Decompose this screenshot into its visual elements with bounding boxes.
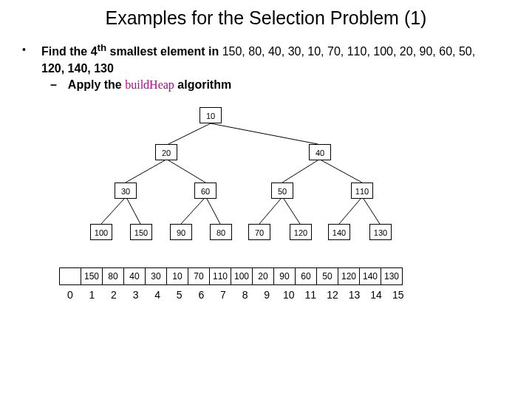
array-cell: 40 (124, 268, 146, 285)
svg-line-7 (127, 199, 140, 224)
bullet-dash: – (50, 78, 65, 92)
array-cell: 150 (81, 268, 103, 285)
svg-line-1 (211, 123, 318, 144)
svg-line-10 (259, 199, 281, 224)
array-cell: 10 (167, 268, 188, 285)
array-cell: 140 (360, 268, 381, 285)
index-cell: 8 (234, 289, 256, 301)
array-cell: 30 (146, 268, 167, 285)
array-cell: 90 (274, 268, 296, 285)
bullet-level2: – Apply the buildHeap algorithm (50, 78, 231, 92)
index-cell: 4 (146, 289, 168, 301)
array-cell (60, 268, 81, 285)
b1-seq-b: 120, 140, 130 (41, 62, 114, 75)
index-row: 0123456789101112131415 (59, 288, 409, 301)
array-cell: 20 (253, 268, 274, 285)
svg-line-6 (101, 199, 124, 224)
tree-node: 30 (115, 183, 137, 199)
tree-node: 110 (351, 183, 373, 199)
tree-node: 140 (328, 224, 350, 240)
index-cell: 10 (278, 289, 300, 301)
svg-line-5 (321, 160, 362, 183)
index-cell: 7 (212, 289, 234, 301)
svg-line-13 (364, 199, 380, 224)
tree-node: 20 (155, 144, 177, 160)
index-cell: 15 (387, 289, 409, 301)
index-cell: 14 (365, 289, 387, 301)
svg-line-9 (207, 199, 220, 224)
tree-node: 60 (194, 183, 216, 199)
svg-line-12 (339, 199, 361, 224)
tree-node: 90 (170, 224, 192, 240)
svg-line-3 (168, 160, 205, 183)
index-cell: 11 (300, 289, 322, 301)
index-cell: 12 (321, 289, 344, 301)
array-cell: 60 (296, 268, 317, 285)
tree-node: 40 (309, 144, 331, 160)
svg-line-8 (181, 199, 204, 224)
heap-tree: 10 20 40 30 60 50 110 100 150 90 80 70 1… (89, 107, 443, 255)
array-cell: 100 (231, 268, 253, 285)
index-cell: 9 (256, 289, 278, 301)
tree-node: 50 (271, 183, 293, 199)
index-cell: 3 (125, 289, 147, 301)
array-cell: 50 (317, 268, 338, 285)
index-cell: 5 (168, 289, 191, 301)
b1-seq-a: 150, 80, 40, 30, 10, 70, 110, 100, 20, 9… (222, 45, 476, 58)
array-cell: 120 (338, 268, 360, 285)
svg-line-4 (282, 160, 318, 183)
tree-node: 130 (369, 224, 392, 240)
b2-post: algorithm (174, 78, 231, 91)
bullet-dot: • (22, 43, 26, 56)
tree-node: 100 (90, 224, 112, 240)
b2-pre: Apply the (68, 78, 125, 91)
b1-mid: smallest element in (106, 45, 222, 58)
index-cell: 13 (344, 289, 366, 301)
array-cell: 110 (210, 268, 231, 285)
index-cell: 0 (59, 289, 81, 301)
tree-node: 10 (200, 107, 222, 123)
array-table: 150 80 40 30 10 70 110 100 20 90 60 50 1… (59, 267, 403, 285)
slide-title: Examples for the Selection Problem (1) (0, 7, 532, 29)
tree-node: 70 (248, 224, 270, 240)
array-cell: 70 (188, 268, 210, 285)
svg-line-2 (126, 160, 165, 183)
tree-node: 150 (130, 224, 152, 240)
array-cell: 80 (103, 268, 124, 285)
index-cell: 1 (81, 289, 103, 301)
b1-sup: th (98, 42, 107, 53)
b1-lead: Find the 4 (41, 45, 98, 58)
buildheap-word: buildHeap (125, 78, 174, 91)
tree-node: 80 (210, 224, 232, 240)
bullet-level1: • Find the 4th smallest element in 150, … (22, 41, 510, 77)
array-cell: 130 (381, 268, 403, 285)
tree-node: 120 (290, 224, 312, 240)
index-cell: 2 (103, 289, 125, 301)
svg-line-11 (284, 199, 300, 224)
index-cell: 6 (191, 289, 213, 301)
svg-line-0 (168, 123, 211, 144)
